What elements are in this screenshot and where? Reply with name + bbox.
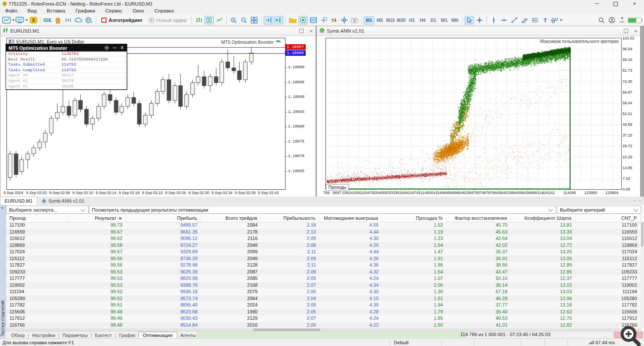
tester-tab-5[interactable]: Оптимизация [138, 332, 177, 339]
chart-tab-1[interactable]: Symb ANN v1.01 [37, 197, 89, 205]
chart-shift-button[interactable] [274, 16, 283, 24]
candles-chart-button[interactable] [204, 16, 214, 24]
column-header-2[interactable]: Прибыль [126, 215, 201, 222]
table-row[interactable]: 11119499.528936.1820792.064.301.3057.181… [6, 288, 641, 295]
maximize-icon[interactable] [299, 29, 304, 33]
booster-close-icon[interactable]: ✕ [120, 45, 124, 51]
close-icon[interactable]: ✕ [634, 29, 638, 33]
buy-sell-arrows-button[interactable] [329, 16, 339, 24]
vps-button[interactable] [84, 16, 94, 24]
booster-minimize-icon[interactable] [113, 48, 116, 48]
table-row[interactable]: 11661299.629096.1221162.094.301.2342.641… [6, 235, 641, 242]
table-row[interactable]: 11886999.588724.2720492.084.261.5442.021… [6, 242, 641, 249]
column-header-8[interactable]: Коэффициент Шарпа [511, 215, 575, 222]
auto-scroll-button[interactable] [264, 16, 273, 24]
profile-label[interactable]: Default [394, 339, 409, 346]
menu-item-0[interactable]: Файл [0, 7, 22, 15]
lvl-indicator[interactable]: LVL [617, 16, 627, 24]
search-button[interactable] [597, 16, 606, 24]
connection-status[interactable] [628, 16, 642, 24]
crosshair-button[interactable] [475, 16, 484, 24]
signals-button[interactable] [64, 16, 73, 24]
channel-button[interactable] [520, 16, 529, 24]
tester-tab-1[interactable]: Настройки [29, 333, 58, 338]
menu-item-2[interactable]: Вставка [42, 7, 70, 15]
table-row[interactable]: 11900299.539398.7621682.074.342.0636.141… [6, 282, 641, 289]
expert-select-combo[interactable]: Выберите эксперта... [6, 206, 88, 214]
cursor-button[interactable] [465, 16, 474, 24]
tile-windows-button[interactable] [249, 16, 259, 24]
vscroll-thumb[interactable] [641, 222, 644, 247]
timeframe-w1-button[interactable]: W1 [439, 16, 450, 24]
tab-scroll-left-icon[interactable]: ‹ [634, 198, 635, 203]
chart-tab-0[interactable]: EURUSD,M1 [0, 197, 37, 205]
table-row[interactable]: 11710099.739489.5720842.184.551.5245.701… [6, 222, 641, 229]
text-button[interactable]: T [541, 16, 550, 24]
algo-trading-button[interactable]: Алготрейдинг [98, 16, 145, 24]
vertical-line-button[interactable] [489, 16, 498, 24]
pin-icon[interactable] [104, 46, 109, 50]
timeframe-m1-button[interactable]: M1 [364, 16, 374, 24]
trendline-button[interactable] [510, 16, 519, 24]
bars-chart-button[interactable] [194, 16, 204, 24]
timeframe-d1-button[interactable]: D1 [428, 16, 439, 24]
new-order-button[interactable]: Новый ордер [146, 16, 189, 24]
screenshot-button[interactable] [350, 16, 359, 24]
timeframe-m5-button[interactable]: M5 [374, 16, 385, 24]
tester-tab-0[interactable]: Обзор [8, 333, 28, 338]
connection-latency[interactable]: 67.44 ms [589, 339, 615, 346]
column-header-0[interactable]: Проход [6, 215, 69, 222]
timeframe-m15-button[interactable]: M15 [385, 16, 396, 24]
column-header-9[interactable]: CNT_P [575, 215, 641, 222]
close-icon[interactable]: ✕ [310, 29, 313, 33]
menu-item-4[interactable]: Сервис [100, 7, 128, 15]
vertical-scrollbar[interactable] [641, 222, 644, 328]
column-header-3[interactable]: Всего трейдов [201, 215, 261, 222]
timeframe-mn-button[interactable]: MN [450, 16, 460, 24]
templates-button[interactable] [288, 16, 298, 24]
tab-scroll-right-icon[interactable]: › [639, 198, 641, 203]
column-header-1[interactable]: Результат [69, 215, 126, 222]
zoom-out-button[interactable] [239, 16, 249, 24]
booster-panel-titlebar[interactable]: MT5 Optimization Booster ✕ [6, 44, 127, 52]
optimization-scatter-canvas[interactable] [326, 38, 621, 189]
objects-list-button[interactable] [309, 16, 318, 24]
table-row[interactable]: 11676699.488514.8420162.054.221.5041.011… [6, 322, 641, 329]
table-row[interactable]: 10923399.539025.3920872.094.321.5443.471… [6, 269, 641, 276]
chart-profile-button[interactable] [2, 16, 15, 24]
menu-item-3[interactable]: Графики [70, 7, 100, 15]
close-button[interactable]: ✕ [625, 0, 644, 7]
table-row[interactable]: 11511299.568736.2920492.094.261.9136.911… [6, 255, 641, 262]
table-row[interactable]: 11702499.579329.6920992.114.441.4736.371… [6, 249, 641, 255]
window-profile-button[interactable] [15, 16, 28, 24]
tester-tab-2[interactable]: Параметры [59, 333, 91, 338]
market-button[interactable] [53, 16, 63, 24]
line-chart-button[interactable] [215, 16, 224, 24]
ide-button[interactable]: IDE [43, 16, 52, 24]
maximize-icon[interactable] [624, 29, 628, 33]
previous-results-combo[interactable]: Посмотреть предыдущие результаты оптимиз… [89, 206, 556, 214]
column-header-7[interactable]: Фактор восстановления [447, 215, 511, 222]
column-header-5[interactable]: Матожидание выигрыша [319, 215, 382, 222]
fibonacci-button[interactable] [530, 16, 540, 24]
quotes-button[interactable]: $ [29, 16, 38, 24]
table-row[interactable]: 11560699.498523.6819902.054.281.7935.401… [6, 309, 641, 316]
table-row[interactable]: 11777799.538829.9820852.054.241.0750.101… [6, 275, 641, 282]
tester-tab-3[interactable]: Бэктест [92, 333, 115, 338]
indicators-button[interactable] [298, 16, 308, 24]
tester-close-button[interactable]: x [1, 206, 3, 210]
criterion-select-combo[interactable]: Выберите критерий [557, 206, 641, 214]
maximize-button[interactable] [606, 0, 625, 7]
menu-item-6[interactable]: Справка [149, 7, 179, 15]
column-header-4[interactable]: Прибыльность [261, 215, 319, 222]
booster-indicator-label[interactable]: MT5 Optimization Booster [222, 39, 281, 45]
menu-item-5[interactable]: Окно [128, 7, 149, 15]
table-row[interactable]: 10528099.528573.7420642.044.151.5146.281… [6, 295, 641, 302]
minimize-button[interactable] [587, 0, 606, 7]
timeframe-h4-button[interactable]: H4 [417, 16, 428, 24]
table-row[interactable]: 11655999.679661.3521782.134.441.1945.631… [6, 229, 641, 236]
cloud-button[interactable] [74, 16, 83, 24]
table-row[interactable]: 11782799.569278.9821282.114.361.9538.661… [6, 262, 641, 269]
horizontal-line-button[interactable] [499, 16, 509, 24]
table-row[interactable]: 11778299.518895.4020242.094.391.9437.771… [6, 302, 641, 309]
